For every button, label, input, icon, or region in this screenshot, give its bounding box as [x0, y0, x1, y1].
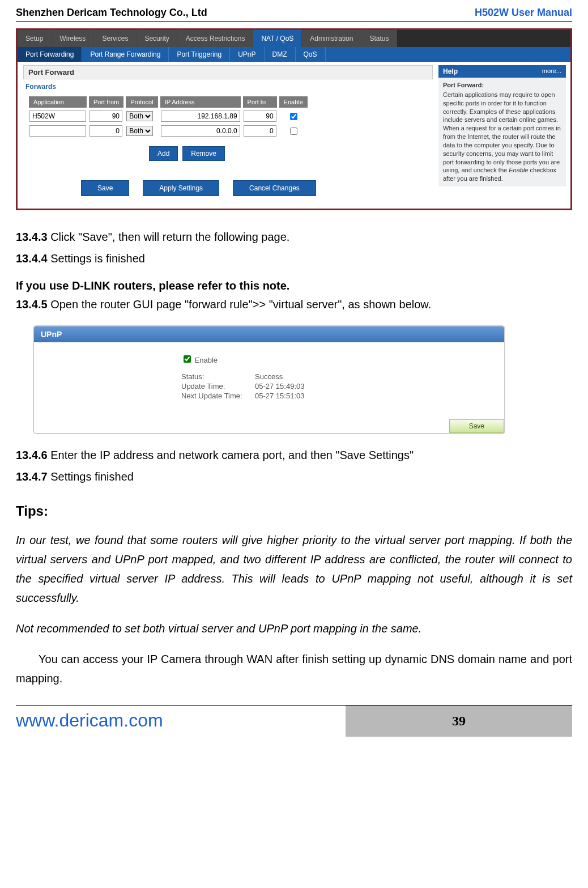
tab-administration[interactable]: Administration [302, 30, 361, 47]
upnp-update-value: 05-27 15:49:03 [255, 382, 304, 390]
tips-paragraph-2: Not recommended to set both virtual serv… [16, 619, 572, 638]
col-ip-address: IP Address [160, 96, 241, 108]
upnp-status-label: Status: [181, 372, 255, 381]
subtab-port-forwarding[interactable]: Port Forwarding [18, 47, 82, 62]
port-from-input[interactable] [90, 111, 122, 122]
page-footer: www.dericam.com 39 [16, 705, 572, 737]
subtab-port-range-forwarding[interactable]: Port Range Forwarding [82, 47, 169, 62]
header-product: H502W User Manual [475, 7, 572, 19]
col-application: Application [29, 96, 87, 108]
protocol-select[interactable]: Both [126, 111, 153, 121]
apply-settings-button[interactable]: Apply Settings [143, 180, 219, 196]
subtab-dmz[interactable]: DMZ [265, 47, 296, 62]
enable-checkbox[interactable] [290, 128, 297, 135]
tab-security[interactable]: Security [137, 30, 177, 47]
save-button[interactable]: Save [81, 180, 129, 196]
port-to-input[interactable] [244, 125, 276, 137]
dlink-note-heading: If you use D-LINK routers, please refer … [16, 279, 572, 292]
section-port-forward: Port Forward [23, 65, 433, 79]
col-protocol: Protocol [126, 96, 157, 108]
router-port-forward-screenshot: Setup Wireless Services Security Access … [16, 28, 572, 210]
application-input[interactable] [29, 111, 86, 122]
help-more-link[interactable]: more... [542, 67, 561, 75]
tab-setup[interactable]: Setup [18, 30, 52, 47]
upnp-status-value: Success [255, 372, 283, 381]
cancel-changes-button[interactable]: Cancel Changes [233, 180, 316, 196]
tab-wireless[interactable]: Wireless [52, 30, 94, 47]
protocol-select[interactable]: Both [126, 126, 153, 136]
step-13-4-7: 13.4.7 Settings finished [16, 467, 572, 486]
port-to-input[interactable] [244, 111, 276, 122]
upnp-update-label: Update Time: [181, 382, 255, 390]
footer-website: www.dericam.com [16, 706, 346, 737]
tab-access-restrictions[interactable]: Access Restrictions [178, 30, 254, 47]
upnp-next-update-label: Next Update Time: [181, 392, 255, 400]
ip-address-input[interactable] [161, 111, 240, 122]
forwards-label: Forwards [25, 83, 433, 91]
subtab-upnp[interactable]: UPnP [230, 47, 264, 62]
footer-page-number: 39 [346, 706, 572, 737]
tips-paragraph-3: You can access your IP Camera through WA… [16, 649, 572, 688]
help-bar: Help more... [438, 65, 566, 78]
ip-address-input[interactable] [161, 125, 240, 137]
step-13-4-5: 13.4.5 Open the router GUI page "forward… [16, 295, 572, 314]
col-enable: Enable [279, 96, 308, 108]
upnp-title: UPnP [34, 326, 504, 342]
upnp-enable-checkbox[interactable] [184, 355, 191, 363]
tips-heading: Tips: [16, 503, 572, 519]
step-13-4-6: 13.4.6 Enter the IP address and network … [16, 445, 572, 465]
remove-button[interactable]: Remove [182, 146, 225, 161]
header-company: Shenzhen Dericam Technology Co., Ltd [16, 7, 207, 19]
sub-tabs: Port Forwarding Port Range Forwarding Po… [18, 47, 570, 62]
upnp-enable-row: Enable [181, 354, 504, 364]
help-title: Help [443, 67, 458, 75]
port-from-input[interactable] [90, 125, 122, 137]
table-row: Both [29, 110, 308, 122]
col-port-to: Port to [243, 96, 277, 108]
upnp-enable-label: Enable [195, 356, 218, 364]
subtab-port-triggering[interactable]: Port Triggering [169, 47, 230, 62]
add-button[interactable]: Add [149, 146, 178, 161]
tips-paragraph-1: In our test, we found that some routers … [16, 530, 572, 607]
help-text-em: Enable [509, 167, 528, 173]
table-row: Both [29, 125, 308, 137]
upnp-next-update-value: 05-27 15:51:03 [255, 392, 304, 400]
upnp-screenshot: UPnP Enable Status:Success Update Time:0… [33, 325, 505, 434]
tab-services[interactable]: Services [94, 30, 137, 47]
subtab-qos[interactable]: QoS [296, 47, 326, 62]
tab-nat-qos[interactable]: NAT / QoS [253, 30, 302, 47]
help-body: Port Forward: Certain applications may r… [438, 78, 566, 186]
page-header: Shenzhen Dericam Technology Co., Ltd H50… [16, 7, 572, 22]
help-heading: Port Forward: [443, 81, 561, 90]
step-13-4-3: 13.4.3 Click "Save", then will return th… [16, 227, 572, 247]
application-input[interactable] [29, 125, 86, 137]
help-text-pre: Certain applications may require to open… [443, 91, 561, 174]
port-forward-table: Application Port from Protocol IP Addres… [27, 94, 310, 139]
enable-checkbox[interactable] [290, 113, 297, 120]
tab-status[interactable]: Status [361, 30, 397, 47]
top-tabs: Setup Wireless Services Security Access … [18, 30, 570, 47]
step-13-4-4: 13.4.4 Settings is finished [16, 249, 572, 268]
col-port-from: Port from [89, 96, 123, 108]
upnp-save-button[interactable]: Save [449, 419, 504, 433]
